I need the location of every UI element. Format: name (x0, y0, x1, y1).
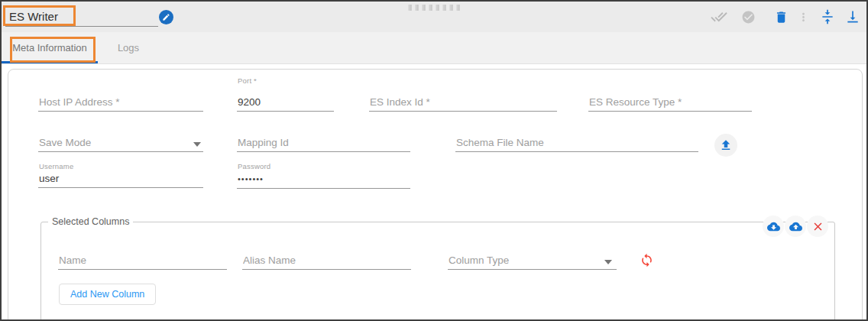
tab-bar: Meta Information Logs (2, 32, 866, 64)
cloud-upload-icon (789, 220, 802, 233)
vertical-align-center-icon (820, 9, 835, 24)
done-all-button[interactable] (711, 8, 727, 25)
tab-meta-information[interactable]: Meta Information (2, 32, 98, 63)
es-index-id-input[interactable] (369, 95, 557, 112)
vertical-align-bottom-icon (845, 9, 860, 24)
drag-handle[interactable] (409, 5, 460, 11)
export-button[interactable] (845, 9, 860, 24)
host-ip-input[interactable] (38, 95, 203, 112)
tab-logs[interactable]: Logs (98, 32, 159, 63)
column-type-select[interactable] (448, 253, 617, 270)
upload-icon (719, 138, 733, 152)
username-input[interactable] (38, 171, 203, 188)
selected-columns-legend: Selected Columns (48, 216, 133, 227)
port-label: Port * (238, 76, 257, 85)
active-tab-indicator (2, 61, 98, 63)
port-input[interactable] (237, 95, 334, 112)
done-all-icon (711, 8, 727, 25)
password-label: Password (238, 162, 270, 170)
trash-icon (774, 10, 789, 24)
mapping-id-input[interactable] (237, 135, 410, 152)
add-new-column-button[interactable]: Add New Column (59, 284, 156, 305)
chevron-down-icon[interactable] (604, 260, 612, 264)
remove-columns-button[interactable] (807, 216, 828, 237)
check-circle-icon (741, 10, 756, 24)
delete-button[interactable] (774, 10, 789, 24)
es-writer-window: Meta Information Logs Port * (0, 0, 868, 321)
save-mode-select[interactable] (38, 135, 203, 152)
meta-information-panel: Port * Username P (8, 69, 863, 321)
edit-pencil-icon (162, 13, 170, 21)
selected-columns-fieldset: Selected Columns (40, 216, 835, 321)
close-icon (811, 220, 824, 233)
upload-schema-button[interactable] (714, 134, 737, 157)
cloud-upload-button[interactable] (785, 216, 806, 237)
schema-file-name-input[interactable] (455, 135, 698, 152)
column-name-input[interactable] (58, 253, 227, 270)
password-input[interactable] (237, 172, 410, 189)
top-bar (2, 2, 866, 32)
collapse-button[interactable] (820, 9, 835, 24)
title-input[interactable] (5, 8, 158, 27)
sync-icon (640, 253, 654, 268)
check-circle-button[interactable] (741, 10, 756, 24)
cloud-download-icon (767, 220, 780, 233)
selected-columns-actions (763, 216, 828, 237)
cloud-download-button[interactable] (763, 216, 784, 237)
es-resource-type-input[interactable] (588, 95, 752, 112)
username-label: Username (39, 162, 73, 170)
chevron-down-icon[interactable] (193, 142, 201, 147)
more-options-button[interactable] (797, 11, 810, 24)
refresh-column-types-button[interactable] (638, 251, 655, 268)
alias-name-input[interactable] (242, 253, 411, 270)
toolbar (711, 8, 860, 25)
kebab-menu-icon (797, 11, 810, 24)
edit-title-button[interactable] (159, 10, 173, 24)
